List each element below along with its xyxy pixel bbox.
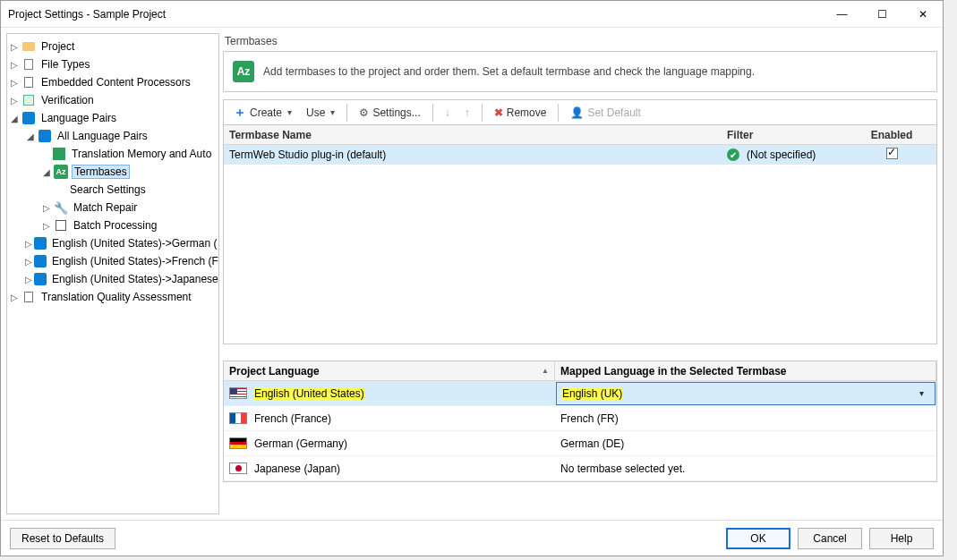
tree-node-lang-pair-french[interactable]: ▷ English (United States)->French (F bbox=[7, 252, 218, 270]
move-up-button[interactable]: ↑ bbox=[458, 102, 476, 123]
lang-row-german[interactable]: German (Germany) German (DE) bbox=[224, 431, 936, 456]
termbase-table: Termbase Name Filter Enabled TermWeb Stu… bbox=[223, 124, 937, 344]
batch-icon bbox=[54, 218, 68, 233]
minimize-button[interactable]: — bbox=[822, 1, 862, 28]
ok-button[interactable]: OK bbox=[726, 528, 790, 549]
tree-node-language-pairs[interactable]: ◢ Language Pairs bbox=[7, 109, 218, 127]
tree-label: All Language Pairs bbox=[56, 130, 150, 142]
termbase-row[interactable]: TermWeb Studio plug-in (default) ✔ (Not … bbox=[224, 145, 936, 165]
language-mapping-table: Project Language Mapped Language in the … bbox=[223, 361, 937, 482]
help-button[interactable]: Help bbox=[869, 528, 934, 549]
settings-button[interactable]: ⚙ Settings... bbox=[353, 102, 426, 123]
move-down-button[interactable]: ↓ bbox=[439, 102, 457, 123]
section-title: Termbases bbox=[223, 33, 937, 51]
tree-node-verification[interactable]: ▷ Verification bbox=[7, 91, 218, 109]
collapse-icon[interactable]: ◢ bbox=[25, 131, 36, 141]
expand-icon[interactable]: ▷ bbox=[25, 256, 32, 267]
memory-icon bbox=[52, 147, 66, 161]
mapped-language-cell[interactable]: French (FR) bbox=[555, 412, 936, 425]
language-icon bbox=[34, 272, 47, 286]
info-banner: Az Add termbases to the project and orde… bbox=[223, 51, 937, 92]
header-mapped-language[interactable]: Mapped Language in the Selected Termbase bbox=[555, 361, 936, 380]
tree-node-all-language-pairs[interactable]: ◢ All Language Pairs bbox=[7, 127, 218, 145]
tree-label: English (United States)->German ( bbox=[50, 237, 218, 250]
tree-node-translation-quality[interactable]: ▷ Translation Quality Assessment bbox=[7, 288, 218, 306]
quality-icon bbox=[21, 290, 36, 304]
cell-text: Japanese (Japan) bbox=[254, 462, 340, 475]
tree-node-match-repair[interactable]: ▷ 🔧 Match Repair bbox=[7, 199, 218, 216]
expand-icon[interactable]: ▷ bbox=[41, 220, 52, 231]
tree-label: Batch Processing bbox=[72, 219, 158, 232]
info-text: Add termbases to the project and order t… bbox=[263, 65, 755, 78]
flag-de-icon bbox=[229, 437, 247, 449]
remove-button[interactable]: ✖ Remove bbox=[488, 102, 553, 123]
tree-label: Translation Memory and Auto bbox=[70, 148, 213, 160]
tree-label: Termbases bbox=[72, 165, 130, 179]
flag-fr-icon bbox=[229, 412, 247, 424]
tree-node-lang-pair-german[interactable]: ▷ English (United States)->German ( bbox=[7, 234, 218, 252]
expand-icon[interactable]: ▷ bbox=[25, 238, 32, 249]
cancel-button[interactable]: Cancel bbox=[798, 528, 862, 549]
enabled-checkbox[interactable] bbox=[886, 148, 898, 159]
maximize-button[interactable]: ☐ bbox=[862, 1, 902, 28]
verification-icon bbox=[21, 93, 36, 107]
cell-text: French (FR) bbox=[560, 412, 619, 425]
header-enabled[interactable]: Enabled bbox=[847, 129, 936, 141]
expand-icon[interactable]: ▷ bbox=[9, 41, 20, 52]
collapse-icon[interactable]: ◢ bbox=[9, 113, 20, 123]
lang-row-french[interactable]: French (France) French (FR) bbox=[224, 406, 936, 431]
close-button[interactable]: ✕ bbox=[902, 1, 943, 28]
tree-node-termbases[interactable]: ◢ Az Termbases bbox=[7, 163, 218, 181]
tree-node-batch-processing[interactable]: ▷ Batch Processing bbox=[7, 216, 218, 234]
reset-defaults-button[interactable]: Reset to Defaults bbox=[10, 528, 115, 549]
button-label: Cancel bbox=[813, 532, 846, 545]
mapped-language-cell[interactable]: No termbase selected yet. bbox=[555, 462, 936, 475]
titlebar: Project Settings - Sample Project — ☐ ✕ bbox=[1, 1, 943, 28]
tree-label: Project bbox=[39, 40, 76, 53]
create-button[interactable]: ＋ Create bbox=[227, 102, 298, 123]
set-default-button[interactable]: 👤 Set Default bbox=[564, 102, 646, 123]
tree-label: Embedded Content Processors bbox=[39, 76, 192, 89]
mapped-language-cell[interactable]: German (DE) bbox=[555, 437, 936, 450]
button-label: Use bbox=[306, 106, 325, 119]
header-project-language[interactable]: Project Language bbox=[224, 361, 555, 380]
use-button[interactable]: Use bbox=[300, 102, 341, 123]
button-label: Reset to Defaults bbox=[21, 532, 104, 545]
tree-node-search-settings[interactable]: Search Settings bbox=[7, 181, 218, 199]
lang-row-japanese[interactable]: Japanese (Japan) No termbase selected ye… bbox=[224, 456, 936, 481]
cell-text: TermWeb Studio plug-in (default) bbox=[229, 148, 386, 161]
separator bbox=[346, 104, 347, 122]
gear-icon: ⚙ bbox=[359, 106, 369, 119]
expand-icon[interactable]: ▷ bbox=[9, 59, 20, 70]
tree-node-translation-memory[interactable]: Translation Memory and Auto bbox=[7, 145, 218, 163]
expand-icon[interactable]: ▷ bbox=[9, 95, 20, 106]
dialog-footer: Reset to Defaults OK Cancel Help bbox=[1, 520, 943, 556]
expand-icon[interactable]: ▷ bbox=[9, 292, 20, 302]
cell-text: (Not specified) bbox=[747, 148, 816, 161]
expand-icon[interactable]: ▷ bbox=[9, 77, 20, 88]
termbase-filter-cell: ✔ (Not specified) bbox=[722, 148, 847, 161]
tree-node-lang-pair-japanese[interactable]: ▷ English (United States)->Japanese bbox=[7, 270, 218, 288]
mapped-language-dropdown[interactable]: English (UK) ▾ bbox=[556, 382, 936, 405]
tree-label: Verification bbox=[39, 94, 96, 106]
expand-icon[interactable]: ▷ bbox=[41, 202, 52, 213]
button-label: Create bbox=[250, 106, 282, 119]
button-label: Remove bbox=[507, 106, 547, 119]
lang-row-english[interactable]: English (United States) English (UK) ▾ bbox=[224, 381, 936, 406]
tree-node-project[interactable]: ▷ Project bbox=[7, 38, 218, 55]
termbase-toolbar: ＋ Create Use ⚙ Settings... ↓ ↑ ✖ Remove bbox=[223, 99, 937, 124]
separator bbox=[558, 104, 559, 122]
button-label: Help bbox=[891, 532, 913, 545]
header-name[interactable]: Termbase Name bbox=[224, 129, 722, 141]
table-header: Termbase Name Filter Enabled bbox=[224, 125, 936, 145]
expand-icon[interactable]: ▷ bbox=[25, 274, 32, 284]
tree-label: Translation Quality Assessment bbox=[39, 291, 193, 303]
tree-node-embedded-content[interactable]: ▷ Embedded Content Processors bbox=[7, 73, 218, 91]
window-controls: — ☐ ✕ bbox=[822, 1, 943, 28]
tree-label: English (United States)->French (F bbox=[50, 255, 218, 267]
settings-tree[interactable]: ▷ Project ▷ File Types ▷ Embedded Conten… bbox=[7, 34, 218, 306]
cell-text: English (UK) bbox=[562, 387, 622, 400]
tree-node-file-types[interactable]: ▷ File Types bbox=[7, 55, 218, 73]
collapse-icon[interactable]: ◢ bbox=[41, 166, 52, 177]
header-filter[interactable]: Filter bbox=[722, 129, 847, 141]
